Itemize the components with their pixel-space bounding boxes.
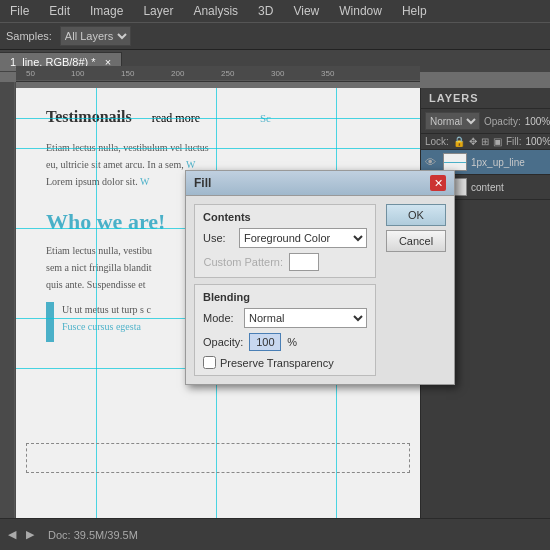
status-left-arrow[interactable]: ◀ <box>8 528 16 541</box>
preserve-label: Preserve Transparency <box>220 357 334 369</box>
blue-accent-bar <box>46 302 54 342</box>
custom-pattern-swatch[interactable] <box>289 253 319 271</box>
layer-name-2: content <box>471 182 546 193</box>
samples-select[interactable]: All Layers <box>60 26 131 46</box>
opacity-row: Opacity: 100 % <box>203 333 367 351</box>
svg-text:100: 100 <box>71 69 85 78</box>
dialog-action-buttons: OK Cancel <box>386 204 446 252</box>
custom-pattern-row: Custom Pattern: <box>203 253 367 271</box>
use-row: Use: Foreground Color Background Color C… <box>203 228 367 248</box>
layer-thumb-line <box>443 153 467 171</box>
svg-text:350: 350 <box>321 69 335 78</box>
para8: Fusce cursus egesta <box>62 319 151 334</box>
blending-group: Blending Mode: Normal Dissolve Multiply … <box>194 284 376 376</box>
use-label: Use: <box>203 232 233 244</box>
dialog-titlebar: Fill ✕ <box>186 171 454 196</box>
lock-icon: 🔒 <box>453 136 465 147</box>
options-bar: Samples: All Layers <box>0 22 550 50</box>
guide-line-h2 <box>16 148 420 149</box>
move-icon: ✥ <box>469 136 477 147</box>
fill-dialog: Fill ✕ OK Cancel Contents Use: Foregroun… <box>185 170 455 385</box>
layer-name-1: 1px_up_line <box>471 157 546 168</box>
ruler-v-marks <box>0 82 16 518</box>
menu-layer[interactable]: Layer <box>139 2 177 20</box>
menu-window[interactable]: Window <box>335 2 386 20</box>
lock-label: Lock: <box>425 136 449 147</box>
page-heading1: Testimonails <box>46 108 132 126</box>
contents-group: Contents Use: Foreground Color Backgroun… <box>194 204 376 278</box>
blend-mode-select[interactable]: Normal <box>425 112 480 130</box>
use-select[interactable]: Foreground Color Background Color Color.… <box>239 228 367 248</box>
mode-row: Mode: Normal Dissolve Multiply Screen <box>203 308 367 328</box>
samples-label: Samples: <box>6 30 52 42</box>
ok-button[interactable]: OK <box>386 204 446 226</box>
opacity-label: Opacity: <box>484 116 521 127</box>
svg-text:250: 250 <box>221 69 235 78</box>
menu-3d[interactable]: 3D <box>254 2 277 20</box>
dialog-title: Fill <box>194 176 211 190</box>
opacity-input[interactable]: 100 <box>249 333 281 351</box>
preserve-row: Preserve Transparency <box>203 356 367 369</box>
menu-file[interactable]: File <box>6 2 33 20</box>
menu-view[interactable]: View <box>289 2 323 20</box>
opacity-value: 100% <box>525 116 550 127</box>
menu-analysis[interactable]: Analysis <box>189 2 242 20</box>
fill-label: Fill: <box>506 136 522 147</box>
status-info: Doc: 39.5M/39.5M <box>48 529 138 541</box>
contents-label: Contents <box>203 211 367 223</box>
custom-pattern-label: Custom Pattern: <box>203 256 283 268</box>
svg-text:150: 150 <box>121 69 135 78</box>
fill-value: 100% <box>525 136 550 147</box>
blending-label: Blending <box>203 291 367 303</box>
svg-text:50: 50 <box>26 69 35 78</box>
ruler-h-marks: 50 100 150 200 250 300 350 <box>16 66 420 82</box>
preserve-transparency-checkbox[interactable] <box>203 356 216 369</box>
dialog-body: OK Cancel Contents Use: Foreground Color… <box>186 196 454 384</box>
svg-text:200: 200 <box>171 69 185 78</box>
status-right-arrow[interactable]: ▶ <box>26 528 34 541</box>
mode-select[interactable]: Normal Dissolve Multiply Screen <box>244 308 367 328</box>
selection-marquee <box>26 443 410 473</box>
layers-mode-row: Normal Opacity: 100% <box>421 109 550 134</box>
para7: Ut ut metus ut turp s c <box>62 302 151 317</box>
ruler-horizontal: 50 100 150 200 250 300 350 <box>16 66 420 82</box>
opacity-unit: % <box>287 336 297 348</box>
svg-text:300: 300 <box>271 69 285 78</box>
dialog-close-button[interactable]: ✕ <box>430 175 446 191</box>
menu-help[interactable]: Help <box>398 2 431 20</box>
menu-image[interactable]: Image <box>86 2 127 20</box>
ruler-vertical <box>0 82 16 518</box>
eye-icon[interactable]: 👁 <box>425 156 439 168</box>
cancel-button[interactable]: Cancel <box>386 230 446 252</box>
mode-label: Mode: <box>203 312 238 324</box>
pixel-icon: ▣ <box>493 136 502 147</box>
menu-bar: File Edit Image Layer Analysis 3D View W… <box>0 0 550 22</box>
menu-edit[interactable]: Edit <box>45 2 74 20</box>
guide-line-h1 <box>16 118 420 119</box>
layers-panel-title: LAYERS <box>421 88 550 109</box>
transform-icon: ⊞ <box>481 136 489 147</box>
opacity-label: Opacity: <box>203 336 243 348</box>
lock-row: Lock: 🔒 ✥ ⊞ ▣ Fill: 100% <box>421 134 550 150</box>
status-bar: ◀ ▶ Doc: 39.5M/39.5M <box>0 518 550 550</box>
